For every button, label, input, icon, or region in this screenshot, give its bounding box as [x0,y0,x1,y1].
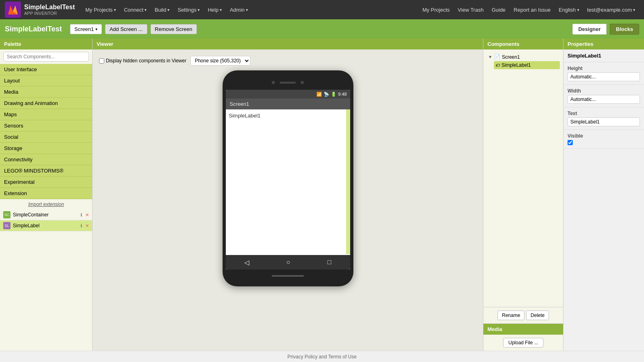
nav-user-email[interactable]: test@example.com ▾ [583,0,639,19]
palette-category-connectivity[interactable]: Connectivity [0,154,92,165]
logo-mit: SimpleLabelTest [24,4,75,10]
signal-icon: 📡 [324,92,329,97]
nav-my-projects-right-label: My Projects [422,7,450,13]
prop-visible-checkbox[interactable] [568,140,573,145]
palette-category-social[interactable]: Social [0,132,92,143]
nav-admin[interactable]: Admin ▾ [226,0,252,19]
extension-simple-container-icon: SC [3,211,10,218]
delete-button[interactable]: Delete [526,311,549,320]
palette-category-user-interface[interactable]: User Interface [0,64,92,75]
nav-my-projects-arrow: ▾ [114,8,116,12]
nav-right-area: My Projects View Trash Guide Report an I… [418,0,639,19]
nav-settings[interactable]: Settings ▾ [173,0,204,19]
palette-category-extension[interactable]: Extension [0,188,92,199]
display-hidden-checkbox[interactable] [99,58,104,64]
blocks-button[interactable]: Blocks [610,24,639,35]
display-hidden-text: Display hidden components in Viewer [106,58,186,64]
wifi-icon: 📶 [316,92,322,97]
nav-report-issue[interactable]: Report an Issue [510,0,555,19]
viewer-content: Display hidden components in Viewer Phon… [93,49,483,351]
nav-my-projects-right[interactable]: My Projects [418,0,454,19]
extension-simple-label-delete-icon[interactable]: ✕ [85,223,89,228]
media-section: Media Upload File ... [483,323,563,351]
extension-simple-label-label: SimpleLabel [13,223,78,228]
screen-selector-button[interactable]: Screen1 ▾ [70,24,102,34]
screen1-icon: 📄 [494,54,500,60]
screen-selector-label: Screen1 [74,26,94,32]
time-display: 9:48 [338,92,347,97]
prop-width-input[interactable] [568,95,640,104]
properties-header: Properties [564,39,644,49]
extension-simple-label-info-icon[interactable]: ℹ [80,223,82,228]
palette-category-drawing[interactable]: Drawing and Animation [0,98,92,109]
extension-simple-label[interactable]: SL SimpleLabel ℹ ✕ [0,220,92,231]
prop-visible-row [568,140,640,145]
phone-size-select[interactable]: Phone size (505,320) [190,56,250,66]
viewer-header: Viewer [93,39,483,49]
remove-screen-button[interactable]: Remove Screen [151,24,197,34]
properties-panel: Properties SimpleLabel1 Height Width Tex… [564,39,644,351]
phone-speaker [280,82,296,84]
phone-recents-button[interactable]: □ [328,259,332,266]
palette-category-sensors[interactable]: Sensors [0,120,92,132]
palette-category-media[interactable]: Media [0,86,92,98]
nav-guide[interactable]: Guide [487,0,510,19]
phone-nav-bar: ◁ ○ □ [226,255,350,269]
nav-my-projects-label: My Projects [85,7,113,13]
palette-category-experimental[interactable]: Experimental [0,177,92,188]
nav-admin-arrow: ▾ [246,8,248,12]
palette-panel: Palette User Interface Layout Media Draw… [0,39,93,351]
component-screen1[interactable]: ▼ 📄 Screen1 [487,53,560,61]
prop-width-label: Width [568,88,640,94]
prop-visible-label: Visible [568,133,640,139]
upload-file-button[interactable]: Upload File ... [503,338,543,348]
extension-simple-container[interactable]: SC SimpleContainer ℹ ✕ [0,210,92,220]
battery-icon: 🔋 [331,92,336,97]
nav-build-arrow: ▾ [167,8,169,12]
component-simple-label1[interactable]: 🏷 SimpleLabel1 [494,61,560,69]
nav-build[interactable]: Build ▾ [151,0,173,19]
media-content: Upload File ... [483,335,563,351]
palette-header: Palette [0,39,92,49]
nav-view-trash[interactable]: View Trash [454,0,487,19]
components-actions: Rename Delete [483,307,563,323]
project-title: SimpleLabelTest [5,25,62,33]
phone-back-button[interactable]: ◁ [244,259,249,266]
palette-category-layout[interactable]: Layout [0,75,92,86]
nav-connect[interactable]: Connect ▾ [120,0,151,19]
prop-text-section: Text [564,107,644,130]
extension-simple-container-info-icon[interactable]: ℹ [80,212,82,218]
prop-height-input[interactable] [568,72,640,81]
logo-text: SimpleLabelTest APP INVENTOR [24,4,75,16]
nav-my-projects[interactable]: My Projects ▾ [81,0,120,19]
nav-guide-label: Guide [491,7,506,13]
nav-user-email-label: test@example.com [587,7,632,13]
designer-button[interactable]: Designer [572,24,607,35]
prop-text-input[interactable] [568,117,640,126]
nav-build-label: Build [155,7,166,13]
phone-app-content: SimpleLabel1 [226,109,350,254]
viewer-panel: Viewer Display hidden components in View… [93,39,483,351]
main-area: Palette User Interface Layout Media Draw… [0,39,644,351]
simple-label1-label: SimpleLabel1 [502,62,531,68]
phone-top-area [226,77,350,88]
palette-category-maps[interactable]: Maps [0,109,92,120]
display-hidden-label[interactable]: Display hidden components in Viewer [99,58,186,64]
palette-category-lego[interactable]: LEGO® MINDSTORMS® [0,165,92,177]
phone-home-button[interactable]: ○ [286,259,290,266]
components-panel: Components ▼ 📄 Screen1 🏷 SimpleLabel1 Re… [483,39,564,351]
nav-language-arrow: ▾ [577,8,579,12]
palette-search-input[interactable] [3,52,89,62]
import-extension-link[interactable]: Import extension [0,199,92,210]
footer-link[interactable]: Privacy Policy and Terms of Use [287,354,357,360]
extension-simple-container-delete-icon[interactable]: ✕ [85,212,89,218]
screen1-label: Screen1 [502,54,520,60]
prop-text-label: Text [568,111,640,116]
nav-language[interactable]: English ▾ [555,0,583,19]
rename-button[interactable]: Rename [497,311,524,320]
nav-help[interactable]: Help ▾ [204,0,226,19]
nav-help-arrow: ▾ [220,8,222,12]
nav-view-trash-label: View Trash [458,7,483,13]
palette-category-storage[interactable]: Storage [0,143,92,154]
add-screen-button[interactable]: Add Screen ... [105,24,147,34]
